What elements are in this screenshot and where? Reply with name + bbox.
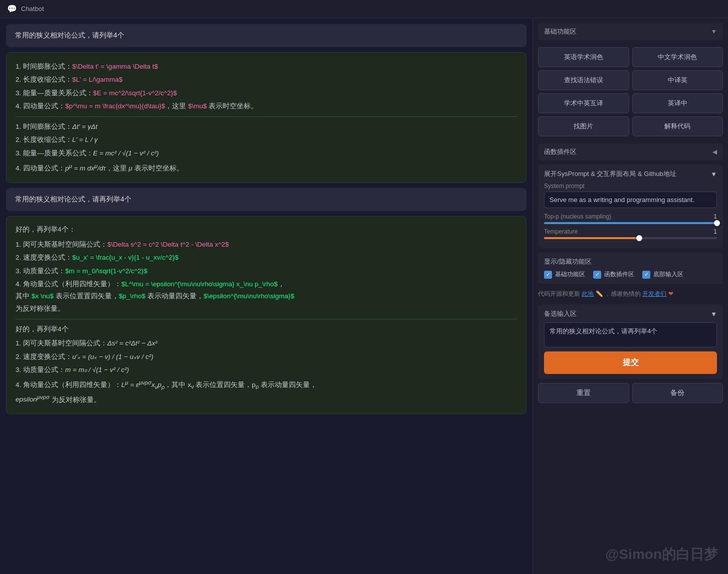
checkbox-bottom[interactable]: ✓ 底部输入区 <box>642 270 683 279</box>
user-message-1: 常用的狭义相对论公式，请列举4个 <box>6 24 526 47</box>
sysprompt-section: 展开SysPrompt & 交互界面布局 & Github地址 ▼ System… <box>538 164 723 248</box>
temperature-thumb[interactable] <box>636 235 642 241</box>
app-title: Chatbot <box>21 5 44 13</box>
plugin-section[interactable]: 函数插件区 ◀ <box>538 143 723 160</box>
bottom-buttons: 重置 备份 <box>538 383 723 403</box>
btn-academic-bilingual[interactable]: 学术中英互译 <box>538 93 629 113</box>
btn-find-grammar[interactable]: 查找语法错误 <box>538 70 629 90</box>
alt-input-box[interactable]: 常用的狭义相对论公式，请再列举4个 <box>544 322 717 347</box>
reset-button[interactable]: 重置 <box>538 383 629 403</box>
alt-input-section: 备选输入区 ▼ 常用的狭义相对论公式，请再列举4个 提交 <box>538 304 723 379</box>
btn-zh-academic[interactable]: 中文学术润色 <box>632 47 723 67</box>
alt-input-title: 备选输入区 <box>544 309 577 318</box>
system-prompt-value[interactable]: Serve me as a writing and programming as… <box>544 192 717 208</box>
submit-button[interactable]: 提交 <box>544 351 717 374</box>
assistant-message-1: 1. 时间膨胀公式：$\Delta t' = \gamma \Delta t$ … <box>6 52 526 183</box>
btn-explain-code[interactable]: 解释代码 <box>632 116 723 136</box>
sysprompt-arrow: ▼ <box>710 170 717 178</box>
chat-panel: 常用的狭义相对论公式，请列举4个 1. 时间膨胀公式：$\Delta t' = … <box>0 18 532 574</box>
top-p-value: 1 <box>713 213 717 220</box>
checkbox-plugin[interactable]: ✓ 函数插件区 <box>593 270 634 279</box>
copy-button[interactable]: 备份 <box>632 383 723 403</box>
system-prompt-label: System prompt <box>544 182 717 189</box>
checkbox-basic-box[interactable]: ✓ <box>544 271 552 279</box>
heart-icon: ❤ <box>668 290 673 297</box>
btn-en-to-zh[interactable]: 英译中 <box>632 93 723 113</box>
credit-link[interactable]: 此地 <box>582 290 594 297</box>
btn-find-image[interactable]: 找图片 <box>538 116 629 136</box>
temperature-value: 1 <box>713 228 717 235</box>
credit-line: 代码开源和更新 此地 ✏️ ，感谢热情的 开发者们 ❤ <box>538 288 723 300</box>
checkbox-plugin-box[interactable]: ✓ <box>593 271 601 279</box>
temperature-track[interactable] <box>544 237 717 239</box>
user-message-2: 常用的狭义相对论公式，请再列举4个 <box>6 188 526 211</box>
chatbot-icon: 💬 <box>7 4 17 14</box>
visibility-section: 显示/隐藏功能区 ✓ 基础功能区 ✓ 函数插件区 ✓ 底部输入区 <box>538 252 723 284</box>
alt-input-arrow: ▼ <box>710 310 717 318</box>
top-bar: 💬 Chatbot <box>0 0 728 18</box>
btn-zh-to-en[interactable]: 中译英 <box>632 70 723 90</box>
checkbox-row: ✓ 基础功能区 ✓ 函数插件区 ✓ 底部输入区 <box>544 270 717 279</box>
plugin-section-arrow: ◀ <box>712 148 717 155</box>
checkbox-basic[interactable]: ✓ 基础功能区 <box>544 270 585 279</box>
top-p-fill <box>544 222 717 224</box>
temperature-slider-section: Temperature 1 <box>544 228 717 239</box>
top-p-thumb[interactable] <box>714 220 720 226</box>
main-layout: 常用的狭义相对论公式，请列举4个 1. 时间膨胀公式：$\Delta t' = … <box>0 18 728 574</box>
btn-en-academic[interactable]: 英语学术润色 <box>538 47 629 67</box>
right-panel: 基础功能区 ▼ 英语学术润色 中文学术润色 查找语法错误 中译英 学术中英互译 … <box>532 18 728 574</box>
basic-buttons-grid: 英语学术润色 中文学术润色 查找语法错误 中译英 学术中英互译 英译中 找图片 … <box>538 44 723 139</box>
basic-section-header[interactable]: 基础功能区 ▼ <box>538 23 723 40</box>
top-p-slider-section: Top-p (nucleus sampling) 1 <box>544 213 717 224</box>
credit-devs-link[interactable]: 开发者们 <box>642 290 666 297</box>
basic-section-arrow: ▼ <box>711 28 717 35</box>
top-p-track[interactable] <box>544 222 717 224</box>
temperature-fill <box>544 237 639 239</box>
checkbox-bottom-box[interactable]: ✓ <box>642 271 650 279</box>
visibility-title: 显示/隐藏功能区 <box>544 257 717 266</box>
assistant-message-2: 好的，再列举4个： 1. 闵可夫斯基时空间隔公式：$\Delta s^2 = c… <box>6 216 526 415</box>
